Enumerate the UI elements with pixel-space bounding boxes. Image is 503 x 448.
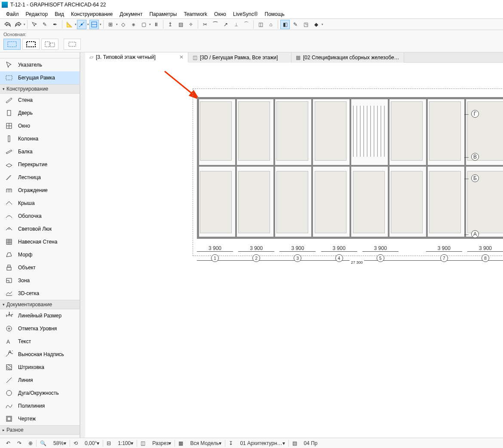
tool-drawing[interactable]: Чертеж [0,412,80,425]
tab-schedule[interactable]: ▦ [02 Спецификация сборных железобе… [291,52,404,63]
menu-livesync[interactable]: LiveSync® [230,10,261,18]
tool-marquee[interactable]: Бегущая Рамка [0,71,80,84]
tab-3d[interactable]: ◫ [3D / Бегущая Рамка, Все этажи] [188,52,291,63]
snap-grid-button[interactable] [89,20,99,29]
tool-stair[interactable]: Лестница [0,171,80,184]
tool-text[interactable]: AТекст [0,335,80,348]
close-tab-icon[interactable]: ✕ [179,54,184,60]
tool-fill[interactable]: Штриховка [0,361,80,374]
split-button[interactable]: ⁀ [211,20,220,29]
tool-beam[interactable]: Балка [0,145,80,158]
offset-button[interactable]: ◫ [256,20,265,29]
layer-pick-button[interactable]: ✧ [186,20,196,29]
syringe-button[interactable]: ✒ [50,20,60,29]
marquee-mode-thick[interactable] [22,39,40,50]
tool-label[interactable]: A1Выносная Надпись [0,348,80,361]
layer-up-button[interactable]: ↥ [166,20,175,29]
tool-morph[interactable]: Морф [0,248,80,261]
tab-floorplan[interactable]: ▱ [3. Типовой этаж четный] ✕ [85,52,188,63]
toolbox-scrollbar[interactable] [80,52,85,438]
undo-dropdown-icon[interactable]: ▾ [24,23,25,26]
menu-document[interactable]: Документ [116,10,146,18]
line-icon [4,375,14,385]
trim-button[interactable]: ✂ [200,20,210,29]
tool-window[interactable]: Окно [0,119,80,132]
gravity-button[interactable]: ⎈ [129,20,138,29]
menu-construct[interactable]: Конструирование [67,10,116,18]
tool-mesh[interactable]: 3D-сетка [0,287,80,300]
tool-railing[interactable]: Ограждение [0,184,80,197]
intersect-button[interactable]: ⟂ [231,20,241,29]
zoom-button[interactable]: 🔍 [37,438,50,448]
eyedrop-button[interactable]: ✎ [40,20,49,29]
trace-swap-button[interactable]: ◆ [311,20,321,29]
fillet-button[interactable]: ⌒ [242,20,251,29]
tool-wall[interactable]: Стена [0,94,80,107]
menu-help[interactable]: Помощь [261,10,288,18]
grid-toggle-button[interactable]: ⊞ [106,20,115,29]
zoom-value[interactable]: 58% ▾ [50,438,70,448]
tool-roof[interactable]: Крыша [0,197,80,210]
zoom-fit-button[interactable]: ⊕ [25,438,36,448]
wall-icon [4,95,14,105]
tool-line[interactable]: Линия [0,374,80,387]
plane-button[interactable]: ◇ [118,20,128,29]
menu-view[interactable]: Вид [51,10,67,18]
view-value[interactable]: Разрез ▾ [149,438,175,448]
morph-icon [4,250,14,259]
tool-dimension[interactable]: 1.2Линейный Размер [0,309,80,322]
model-value[interactable]: Вся Модель ▾ [187,438,225,448]
tool-polyline[interactable]: Полилиния [0,399,80,412]
box-button[interactable]: ▢ [139,20,148,29]
trace-opts-button[interactable]: ◳ [301,20,310,29]
svg-rect-16 [7,267,11,270]
orient-button[interactable]: ⟲ [70,438,81,448]
trace-ref-button[interactable]: ✎ [291,20,300,29]
window-title: T-12-1 - GRAPHISOFT ARCHICAD-64 22 [10,2,106,8]
redo-button[interactable] [13,20,23,29]
marquee-mode-poly[interactable] [41,39,58,50]
menu-file[interactable]: Файл [3,10,22,18]
marquee-mode-rect[interactable] [64,39,81,50]
undo-button[interactable] [3,20,12,29]
mvo-value[interactable]: 04 Пр [301,438,321,448]
nav-fwd-button[interactable]: ↷ [14,438,25,448]
pick-button[interactable] [30,20,39,29]
layer-value[interactable]: 01 Архитектурн… ▾ [236,438,288,448]
menu-editor[interactable]: Редактор [22,10,52,18]
home-button[interactable]: ⌂ [266,20,276,29]
adjust-button[interactable]: ↗ [221,20,230,29]
marquee-mode-single[interactable] [3,39,21,50]
tool-skylight[interactable]: Световой Люк [0,222,80,235]
axis-v-v: —В [464,153,486,161]
menu-teamwork[interactable]: Teamwork [180,10,211,18]
tool-curtainwall[interactable]: Навесная Стена [0,235,80,248]
tool-pointer[interactable]: Указатель [0,58,80,71]
menu-window[interactable]: Окно [211,10,230,18]
axis-v-a: —А [464,230,486,238]
tool-slab[interactable]: Перекрытие [0,158,80,171]
layer-set-button[interactable]: ▤ [176,20,185,29]
measure-button[interactable]: 📐 [64,20,74,29]
menu-params[interactable]: Параметры [146,10,180,18]
tool-column[interactable]: Колонна [0,132,80,145]
suspend-button[interactable]: ⏸ [151,20,161,29]
tool-object[interactable]: Объект [0,261,80,274]
tool-door[interactable]: Дверь [0,107,80,119]
tool-zone[interactable]: Зона [0,274,80,287]
svg-rect-17 [8,265,10,267]
snap-node-button[interactable] [77,20,86,29]
tool-shell[interactable]: Оболочка [0,210,80,222]
angle-value[interactable]: 0,00° ▾ [81,438,103,448]
section-construct[interactable]: ▾Конструирование [0,84,80,94]
trace-button[interactable]: ◧ [280,20,290,29]
scale-value[interactable]: 1:100 ▾ [114,438,137,448]
section-doc[interactable]: ▾Документирование [0,300,80,309]
drawing-canvas[interactable]: 27 300 3 9001 3 9002 3 9003 3 9004 3 900… [85,63,503,438]
object-icon [4,263,14,272]
tool-arc[interactable]: Дуга/Окружность [0,387,80,399]
pointer-icon [4,60,14,70]
tool-level[interactable]: Отметка Уровня [0,322,80,335]
nav-back-button[interactable]: ↶ [3,438,14,448]
section-other[interactable]: ▸Разное [0,425,80,435]
